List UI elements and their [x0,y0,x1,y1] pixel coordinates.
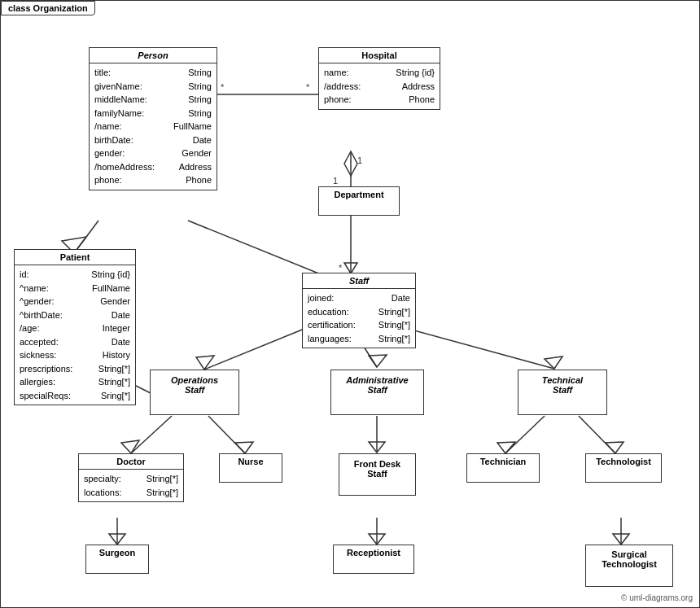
nurse-title: Nurse [220,454,282,469]
diagram-container: class Organization 1 1 1 * * * [0,0,700,608]
svg-text:1: 1 [333,176,338,186]
svg-marker-30 [606,442,623,453]
technician-title: Technician [467,454,539,469]
copyright: © uml-diagrams.org [621,593,693,602]
svg-marker-20 [545,356,562,369]
svg-line-15 [204,326,310,370]
administrative-staff-title: AdministrativeStaff [331,370,423,400]
technologist-class: Technologist [585,453,662,483]
svg-text:*: * [339,263,343,273]
front-desk-staff-title: Front DeskStaff [339,454,415,483]
receptionist-class: Receptionist [333,545,414,574]
diagram-title: class Organization [1,1,95,15]
technologist-title: Technologist [586,454,661,469]
svg-text:*: * [306,82,310,92]
patient-title: Patient [15,250,135,265]
hospital-title: Hospital [319,48,440,63]
operations-staff-class: OperationsStaff [150,370,239,415]
technician-class: Technician [466,453,540,483]
technical-staff-title: TechnicalStaff [518,370,606,400]
administrative-staff-class: AdministrativeStaff [330,370,424,415]
svg-line-29 [579,416,615,453]
doctor-attrs: specialty:String[*] locations:String[*] [79,470,183,501]
svg-text:1: 1 [357,155,362,165]
staff-title: Staff [303,273,415,289]
department-title: Department [319,187,399,202]
svg-marker-26 [369,442,385,453]
person-attrs: title:String givenName:String middleName… [90,63,217,190]
svg-line-21 [131,416,172,453]
svg-line-27 [505,416,545,453]
svg-marker-16 [196,356,214,370]
svg-marker-22 [121,440,139,453]
staff-class: Staff joined:Date education:String[*] ce… [302,273,416,348]
hospital-class: Hospital name:String {id} /address:Addre… [318,47,440,110]
technical-staff-class: TechnicalStaff [518,370,607,415]
svg-marker-34 [369,534,385,545]
svg-marker-24 [235,442,253,453]
svg-line-23 [208,416,245,453]
surgeon-title: Surgeon [86,545,148,560]
surgical-technologist-title: SurgicalTechnologist [586,545,672,573]
svg-line-19 [400,326,554,369]
surgeon-class: Surgeon [85,545,149,574]
doctor-class: Doctor specialty:String[*] locations:Str… [78,453,184,502]
person-title: Person [90,48,217,63]
person-class: Person title:String givenName:String mid… [89,47,217,190]
department-class: Department [318,186,400,216]
hospital-attrs: name:String {id} /address:Address phone:… [319,63,440,109]
surgical-technologist-class: SurgicalTechnologist [585,545,673,587]
svg-marker-28 [497,442,515,453]
nurse-class: Nurse [219,453,282,483]
front-desk-staff-class: Front DeskStaff [339,453,416,496]
svg-marker-32 [109,534,125,545]
patient-class: Patient id:String {id} ^name:FullName ^g… [14,249,136,405]
svg-text:*: * [221,82,225,92]
doctor-title: Doctor [79,454,183,470]
svg-marker-36 [613,534,629,545]
patient-attrs: id:String {id} ^name:FullName ^gender:Ge… [15,265,135,405]
staff-attrs: joined:Date education:String[*] certific… [303,289,415,348]
receptionist-title: Receptionist [334,545,413,560]
svg-marker-18 [369,355,387,367]
svg-line-0 [74,221,98,253]
operations-staff-title: OperationsStaff [151,370,238,400]
svg-marker-5 [344,151,357,176]
